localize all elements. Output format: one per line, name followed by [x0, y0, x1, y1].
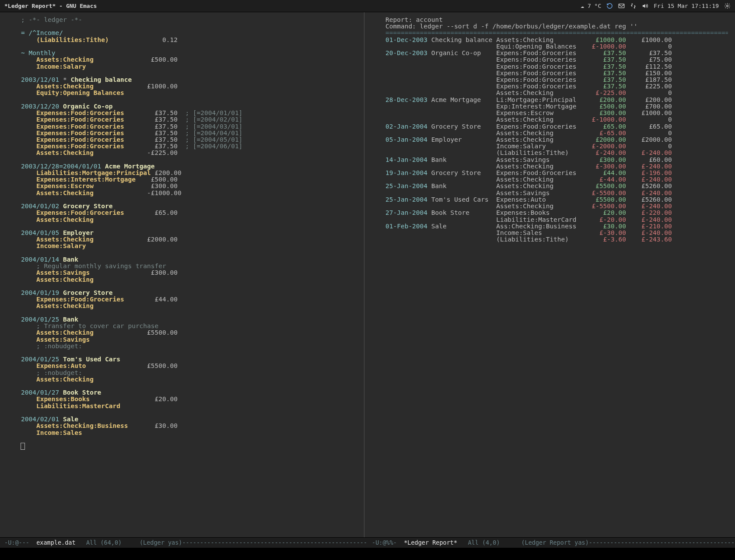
- modeline-left: -U:@--- example.dat All (64,0) (Ledger y…: [0, 537, 368, 548]
- system-tray: ☁ 7 °C Fri 15 Mar 17:11:19: [581, 3, 731, 9]
- clock: Fri 15 Mar 17:11:19: [654, 3, 719, 9]
- modeline-area: -U:@--- example.dat All (64,0) (Ledger y…: [0, 537, 735, 548]
- ledger-report-buffer[interactable]: Report: account Command: ledger --sort d…: [364, 12, 728, 537]
- svg-rect-0: [619, 4, 625, 8]
- cloud-icon: ☁: [581, 3, 584, 9]
- refresh-icon[interactable]: [606, 3, 613, 9]
- top-bar: *Ledger Report* - GNU Emacs ☁ 7 °C Fri 1…: [0, 0, 735, 12]
- weather-indicator: ☁ 7 °C: [581, 3, 601, 9]
- ledger-source-buffer[interactable]: ; -*- ledger -*- = /^Income/ (Liabilitie…: [0, 12, 364, 537]
- settings-icon[interactable]: [724, 3, 731, 9]
- window-title: *Ledger Report* - GNU Emacs: [4, 3, 97, 9]
- svg-point-1: [727, 5, 728, 7]
- mail-icon[interactable]: [618, 3, 625, 9]
- emacs-frame: ; -*- ledger -*- = /^Income/ (Liabilitie…: [0, 12, 735, 537]
- text-cursor: [21, 443, 24, 449]
- modeline-right: -U:@%%- *Ledger Report* All (4,0) (Ledge…: [368, 537, 735, 548]
- volume-icon[interactable]: [642, 3, 648, 9]
- network-icon[interactable]: [630, 3, 637, 9]
